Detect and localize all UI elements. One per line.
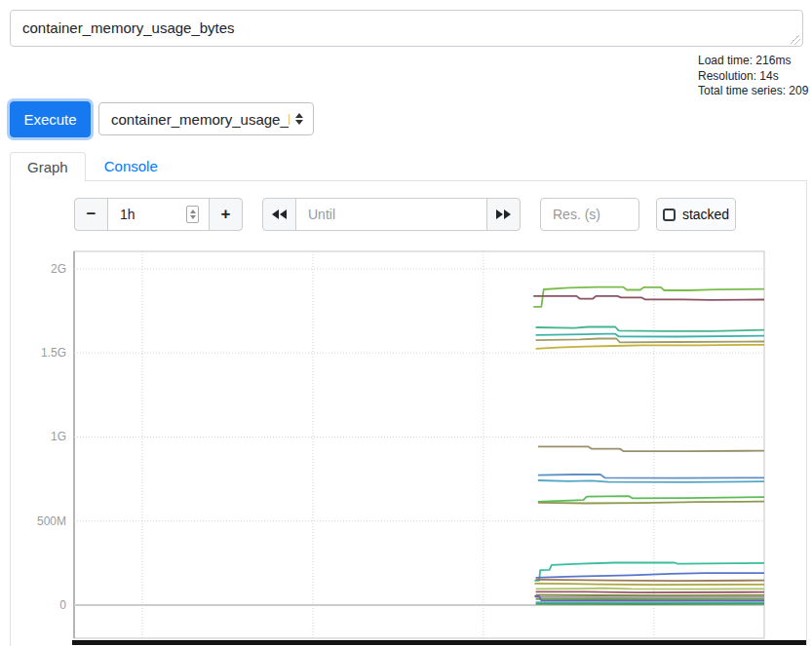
series-line — [536, 334, 764, 337]
series-line — [536, 345, 764, 349]
total-time-series: Total time series: 209 — [698, 84, 808, 99]
series-line — [536, 595, 764, 596]
query-expression-input[interactable]: container_memory_usage_bytes — [10, 10, 803, 47]
range-input[interactable]: 1h — [107, 198, 210, 231]
resolution-input[interactable]: Res. (s) — [540, 198, 639, 231]
shift-backward-button[interactable] — [262, 198, 296, 231]
resolution-placeholder: Res. (s) — [553, 207, 600, 222]
series-line — [538, 502, 764, 504]
series-line — [538, 480, 764, 482]
y-tick-label: 2G — [51, 262, 66, 276]
until-placeholder: Until — [308, 207, 335, 222]
y-tick-label: 500M — [37, 514, 66, 528]
metric-select-value: container_memory_usage_bytes — [111, 111, 290, 128]
bottom-divider-bar — [72, 640, 806, 645]
number-spinner-icon[interactable] — [186, 206, 199, 223]
resolution: Resolution: 14s — [698, 69, 808, 85]
stacked-toggle-button[interactable]: stacked — [656, 198, 736, 231]
shift-forward-button[interactable] — [486, 198, 521, 231]
range-control-group: − 1h + — [74, 198, 243, 231]
range-value: 1h — [120, 207, 135, 222]
series-line — [538, 446, 764, 451]
double-right-arrow-icon — [496, 209, 511, 219]
y-tick-label: 1.5G — [41, 346, 66, 360]
series-line — [533, 296, 764, 300]
series-line — [536, 591, 764, 592]
series-line — [536, 580, 764, 581]
series-line — [536, 589, 764, 589]
series-line — [538, 475, 764, 478]
y-tick-label: 0 — [59, 598, 66, 612]
series-line — [536, 327, 764, 331]
range-decrease-button[interactable]: − — [74, 198, 108, 231]
stacked-checkbox-icon[interactable] — [663, 209, 676, 221]
tab-graph[interactable]: Graph — [10, 152, 86, 182]
metric-select-dropdown[interactable]: container_memory_usage_bytes — [98, 102, 314, 135]
time-shift-group: Until — [262, 198, 521, 231]
series-line — [536, 573, 764, 578]
execute-button[interactable]: Execute — [10, 101, 91, 137]
range-increase-button[interactable]: + — [209, 198, 243, 231]
graph-panel: − 1h + Until Res. (s) stacked 21:4522:00… — [10, 181, 807, 646]
tab-console[interactable]: Console — [86, 152, 176, 180]
double-left-arrow-icon — [272, 209, 287, 219]
series-line — [534, 563, 764, 581]
tab-bar: Graph Console — [10, 152, 807, 181]
memory-usage-line-chart[interactable]: 21:4522:0022:1522:300500M1G1.5G2G — [11, 248, 806, 646]
until-input[interactable]: Until — [295, 198, 487, 231]
y-tick-label: 1G — [51, 430, 66, 443]
stacked-label: stacked — [682, 207, 729, 222]
chart-container: 21:4522:0022:1522:300500M1G1.5G2G — [11, 248, 806, 646]
select-updown-icon — [295, 113, 303, 125]
query-stats: Load time: 216ms Resolution: 14s Total t… — [698, 54, 808, 99]
series-line — [536, 339, 764, 343]
series-line — [534, 584, 764, 585]
load-time: Load time: 216ms — [698, 54, 808, 69]
